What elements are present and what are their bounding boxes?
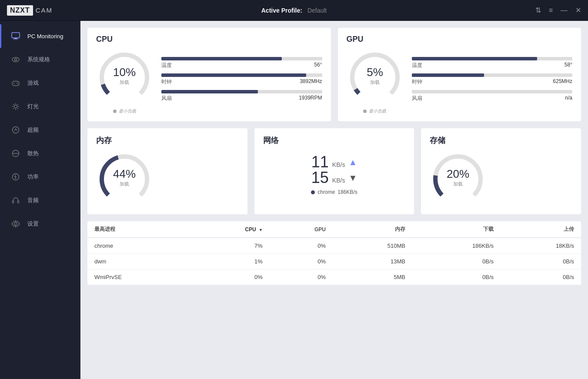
proc-gpu-0: 0% [270,238,333,254]
gear-icon [10,218,21,229]
sidebar-item-pc-monitoring[interactable]: PC Monitoring [0,24,80,48]
svg-line-18 [13,108,14,109]
col-memory[interactable]: 内存 [333,221,412,238]
power-icon [10,171,21,183]
top-row: CPU 10% 加载 最小负载 [87,28,581,121]
gpu-card-inner: 5% 加载 最小负载 [347,49,573,114]
proc-name-1: dwm [87,254,190,269]
proc-name-0: chrome [87,238,190,254]
sidebar-item-overclock[interactable]: 超频 [0,118,80,142]
memory-card: 内存 44% 加载 [87,128,247,214]
svg-text:加载: 加载 [370,80,380,85]
cpu-title: CPU [96,35,322,44]
gpu-clock-label: 时钟 [412,78,422,86]
network-legend-name: chrome [317,189,335,195]
svg-text:5%: 5% [367,66,383,79]
proc-cpu-1: 1% [190,254,270,269]
gpu-temp-value: 58° [565,62,572,69]
svg-text:44%: 44% [113,167,136,180]
cpu-min-label: 最小负载 [119,108,136,114]
sort-icon: ▼ [259,228,263,232]
active-profile-area: Active Profile: Default [261,7,327,14]
cpu-gauge: 10% 加载 [96,49,153,106]
cpu-fan-bar-wrap [161,90,322,93]
gpu-temp-bar-wrap [412,57,573,60]
proc-mem-1: 13MB [333,254,412,269]
main-layout: PC Monitoring 系统规格 游戏 [0,21,588,379]
network-card: 网络 11 KB/s ▲ 15 KB/s ▼ chrome [254,128,414,214]
network-inner: 11 KB/s ▲ 15 KB/s ▼ chrome 186KB/s [263,151,406,199]
proc-dl-1: 0B/s [412,254,501,269]
sidebar-label-power: 功率 [27,173,39,181]
table-row: dwm 1% 0% 13MB 0B/s 0B/s [87,254,581,269]
gpu-clock-value: 625MHz [553,78,572,86]
svg-text:20%: 20% [447,167,469,180]
col-download[interactable]: 下载 [412,221,501,238]
table-row: chrome 7% 0% 510MB 186KB/s 18KB/s [87,238,581,254]
sidebar-label-system-profile: 系统规格 [27,56,50,63]
network-title: 网络 [263,135,406,146]
sidebar-item-audio[interactable]: 音频 [0,189,80,212]
gpu-stats: 温度 58° 时钟 625MHz [412,57,573,106]
gpu-fan-label: 风扇 [412,95,422,102]
active-profile-label: Active Profile: [261,7,302,14]
cpu-card: CPU 10% 加载 最小负载 [87,28,331,121]
col-upload[interactable]: 上传 [501,221,581,238]
svg-rect-2 [13,39,18,39]
sidebar: PC Monitoring 系统规格 游戏 [0,21,80,379]
logo: NZXT CAM [7,5,53,16]
cpu-min-dot [113,110,117,113]
sidebar-item-settings[interactable]: 设置 [0,212,80,236]
cpu-stats: 温度 56° 时钟 3892MHz [161,57,322,106]
sidebar-label-settings: 设置 [27,220,39,228]
process-table-header-row: 最高进程 CPU ▼ GPU 内存 下载 上传 [87,221,581,238]
cpu-clock-value: 3892MHz [300,78,322,86]
close-button[interactable]: ✕ [575,6,581,14]
minimize-button[interactable]: — [561,7,568,14]
eye-icon [10,54,21,65]
sidebar-item-chassis[interactable]: 散热 [0,142,80,165]
proc-gpu-1: 0% [270,254,333,269]
sidebar-label-overclock: 超频 [27,126,39,134]
overclock-icon [10,124,21,136]
sidebar-item-system-profile[interactable]: 系统规格 [0,48,80,71]
network-legend: chrome 186KB/s [311,189,357,195]
svg-line-15 [13,104,14,105]
upload-arrow-icon: ▲ [348,157,357,167]
chassis-icon [10,148,21,159]
storage-title: 存储 [430,135,572,146]
proc-ul-0: 18KB/s [501,238,581,254]
col-gpu[interactable]: GPU [270,221,333,238]
network-upload-row: 11 KB/s ▲ [311,154,357,170]
col-cpu[interactable]: CPU ▼ [190,221,270,238]
svg-point-10 [14,105,17,108]
svg-point-8 [17,83,17,83]
gpu-fan-bar-wrap [412,90,573,93]
cpu-gauge-wrap: 10% 加载 最小负载 [96,49,153,114]
cpu-temp-label: 温度 [161,62,172,69]
col-cpu-label: CPU [245,226,256,233]
cpu-temp-value: 56° [314,62,322,69]
active-profile-value: Default [307,7,327,14]
svg-rect-1 [14,38,17,39]
svg-text:加载: 加载 [120,181,129,186]
gpu-clock-row: 时钟 625MHz [412,73,573,86]
sidebar-item-games[interactable]: 游戏 [0,71,80,95]
cpu-min-load: 最小负载 [113,108,136,114]
download-arrow-icon: ▼ [348,173,357,183]
menu-icon[interactable]: ≡ [549,7,553,14]
proc-mem-0: 510MB [333,238,412,254]
swap-icon[interactable]: ⇅ [535,6,541,14]
sidebar-item-lighting[interactable]: 灯光 [0,95,80,118]
proc-dl-0: 186KB/s [412,238,501,254]
gpu-min-dot [363,110,367,113]
gpu-card: GPU 5% 加载 最小负载 [338,28,581,121]
sidebar-item-power[interactable]: 功率 [0,165,80,189]
sidebar-label-lighting: 灯光 [27,103,39,110]
sidebar-label-chassis: 散热 [27,150,39,157]
gpu-fan-row: 风扇 n/a [412,90,573,102]
headset-icon [10,195,21,206]
svg-text:10%: 10% [113,66,136,79]
monitor-icon [10,30,21,42]
gpu-temp-row: 温度 58° [412,57,573,69]
